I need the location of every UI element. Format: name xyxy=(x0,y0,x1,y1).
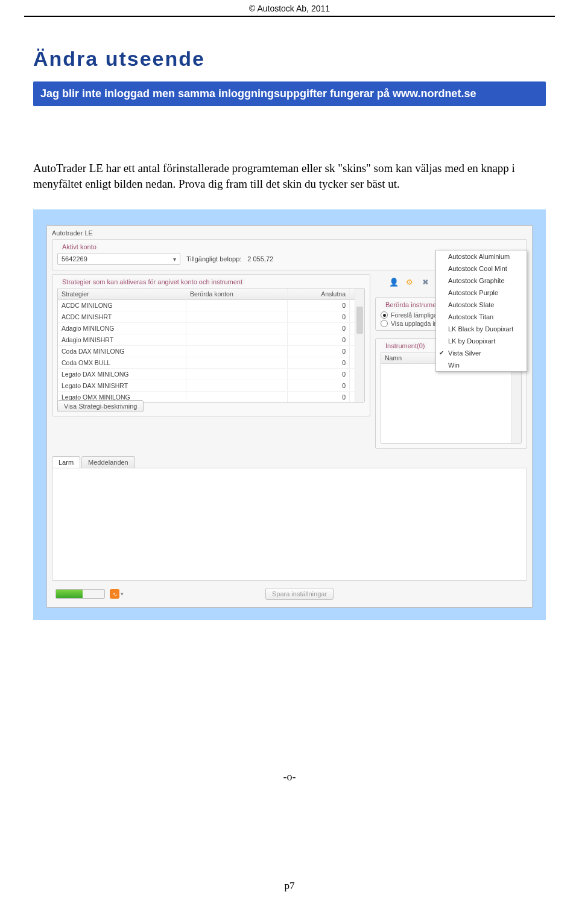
app-window-title: Autotrader LE xyxy=(52,229,527,237)
account-select[interactable]: 5642269 ▾ xyxy=(57,253,180,265)
screenshot-frame: Autotrader LE Aktivt konto 5642269 ▾ Til… xyxy=(33,209,546,620)
radio-dot-icon xyxy=(381,311,388,319)
skins-menu[interactable]: Autostock AluminiumAutostock Cool MintAu… xyxy=(435,250,527,372)
table-row[interactable]: ACDC MINILONG0 xyxy=(58,300,364,311)
tab-meddelanden[interactable]: Meddelanden xyxy=(81,456,135,468)
app-window: Autotrader LE Aktivt konto 5642269 ▾ Til… xyxy=(46,225,533,608)
table-row[interactable]: Legato DAX MINILONG0 xyxy=(58,369,364,380)
skins-menu-item[interactable]: Autostock Slate xyxy=(436,299,527,311)
table-row[interactable]: Adagio MINILONG0 xyxy=(58,323,364,334)
balance-value: 2 055,72 xyxy=(247,255,273,263)
skins-menu-item[interactable]: Win xyxy=(436,359,527,371)
tab-larm[interactable]: Larm xyxy=(52,456,80,468)
rss-icon[interactable]: ∿ xyxy=(110,589,119,599)
spara-installningar-button[interactable]: Spara inställningar xyxy=(265,588,334,600)
skins-menu-item[interactable]: LK by Duopixart xyxy=(436,335,527,347)
page-header: © Autostock Ab, 2011 xyxy=(24,0,555,17)
page-number: p7 xyxy=(0,880,579,910)
faq-banner: Jag blir inte inloggad men samma inloggn… xyxy=(33,81,546,106)
strategier-legend: Strategier som kan aktiveras för angivet… xyxy=(60,278,245,285)
instrument-legend: Instrument(0) xyxy=(383,342,427,349)
lower-tabs: Larm Meddelanden xyxy=(52,456,527,468)
skins-menu-item[interactable]: Autostock Graphite xyxy=(436,275,527,287)
visa-strategi-button[interactable]: Visa Strategi-beskrivning xyxy=(57,400,144,412)
gear-icon[interactable]: ⚙ xyxy=(403,275,416,288)
account-value: 5642269 xyxy=(62,255,87,263)
table-row[interactable]: ACDC MINISHRT0 xyxy=(58,311,364,323)
skins-menu-item[interactable]: Autostock Titan xyxy=(436,311,527,323)
page-title: Ändra utseende xyxy=(33,47,546,71)
col-strategier[interactable]: Strategier xyxy=(58,288,186,299)
status-bar: ∿ ▾ Spara inställningar xyxy=(52,585,527,602)
grid-header-row: Strategier Berörda konton Anslutna xyxy=(58,288,364,300)
skins-menu-item[interactable]: Autostock Cool Mint xyxy=(436,263,527,275)
col-anslutna[interactable]: Anslutna xyxy=(288,288,350,299)
chevron-down-icon: ▾ xyxy=(173,256,176,263)
aktivt-konto-legend: Aktivt konto xyxy=(60,243,99,250)
table-row[interactable]: Coda DAX MINILONG0 xyxy=(58,346,364,357)
table-row[interactable]: Legato DAX MINISHRT0 xyxy=(58,380,364,392)
skins-menu-item[interactable]: Vista Silver xyxy=(436,347,527,359)
balance-label: Tillgängligt belopp: xyxy=(186,255,241,263)
radio-dot-icon xyxy=(381,320,388,327)
skins-menu-item[interactable]: Autostock Aluminium xyxy=(436,250,527,263)
skins-menu-item[interactable]: LK Black by Duopixart xyxy=(436,323,527,335)
strategier-group: Strategier som kan aktiveras för angivet… xyxy=(52,274,370,416)
col-konton[interactable]: Berörda konton xyxy=(186,288,288,299)
end-marker: -o- xyxy=(33,771,546,783)
table-row[interactable]: Coda OMX BULL0 xyxy=(58,357,364,369)
scrollbar[interactable] xyxy=(355,288,364,402)
chevron-down-icon[interactable]: ▾ xyxy=(121,591,124,597)
user-icon[interactable]: 👤 xyxy=(387,275,400,288)
progress-bar xyxy=(55,589,105,599)
strategy-grid[interactable]: Strategier Berörda konton Anslutna ACDC … xyxy=(57,288,365,403)
body-paragraph: AutoTrader LE har ett antal förinstaller… xyxy=(33,161,546,191)
skins-menu-item[interactable]: Autostock Purple xyxy=(436,287,527,299)
log-area[interactable] xyxy=(52,468,527,581)
table-row[interactable]: Adagio MINISHRT0 xyxy=(58,334,364,346)
tools-icon[interactable]: ✖ xyxy=(419,275,432,288)
